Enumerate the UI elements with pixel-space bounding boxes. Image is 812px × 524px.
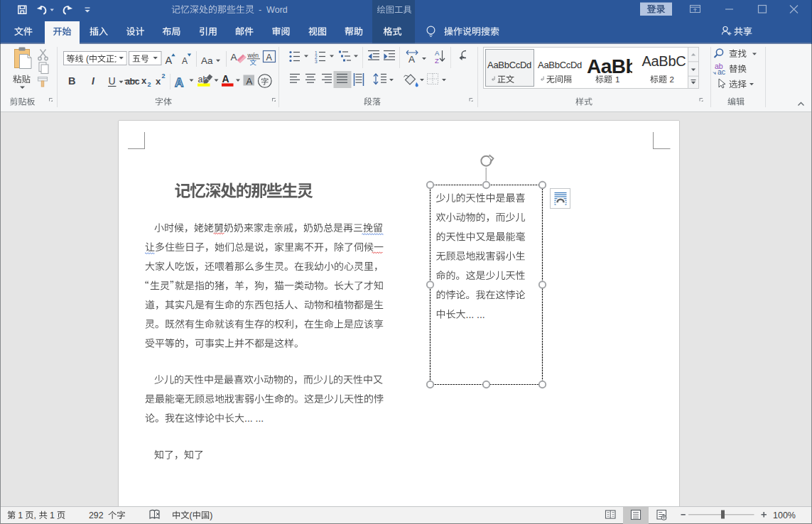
svg-text:x: x bbox=[156, 76, 161, 87]
svg-text:x: x bbox=[141, 75, 147, 86]
svg-text:AaBbCcDd: AaBbCcDd bbox=[487, 60, 531, 70]
svg-text:A: A bbox=[166, 55, 173, 66]
svg-text:wén: wén bbox=[247, 52, 259, 59]
svg-text:A: A bbox=[435, 49, 440, 57]
svg-text:AaBb: AaBb bbox=[587, 55, 637, 77]
svg-text:2: 2 bbox=[162, 72, 166, 80]
svg-text:... ...: ... ... bbox=[244, 413, 264, 424]
svg-text:A: A bbox=[182, 56, 188, 66]
svg-text:(: ( bbox=[86, 54, 89, 64]
svg-text:): ) bbox=[210, 511, 212, 520]
svg-text:1: 1 bbox=[50, 511, 55, 520]
svg-text:A: A bbox=[222, 73, 229, 84]
svg-text:A: A bbox=[231, 52, 237, 62]
svg-text:100%: 100% bbox=[773, 511, 796, 520]
svg-text:- Word: - Word bbox=[259, 5, 288, 15]
svg-text:Z: Z bbox=[435, 57, 439, 65]
svg-text:A: A bbox=[266, 53, 273, 62]
svg-text:A: A bbox=[247, 76, 253, 87]
svg-text:,: , bbox=[34, 511, 36, 520]
svg-text:AaBbC: AaBbC bbox=[642, 53, 686, 69]
svg-text:2: 2 bbox=[670, 75, 674, 84]
svg-text:U: U bbox=[109, 75, 116, 87]
svg-text:1: 1 bbox=[615, 75, 619, 84]
svg-text:A: A bbox=[408, 54, 415, 65]
svg-text:ac: ac bbox=[718, 67, 725, 76]
svg-text:Aa: Aa bbox=[201, 55, 213, 66]
svg-text:B: B bbox=[68, 75, 75, 87]
svg-text:2: 2 bbox=[148, 81, 151, 88]
svg-text:3: 3 bbox=[315, 59, 318, 64]
svg-text:292: 292 bbox=[89, 511, 104, 520]
svg-text:AaBbCcDd: AaBbCcDd bbox=[538, 60, 582, 70]
svg-text:A: A bbox=[175, 76, 183, 89]
svg-text:... ...: ... ... bbox=[466, 309, 485, 320]
svg-text:abc: abc bbox=[125, 77, 140, 87]
svg-text:1: 1 bbox=[18, 511, 23, 520]
